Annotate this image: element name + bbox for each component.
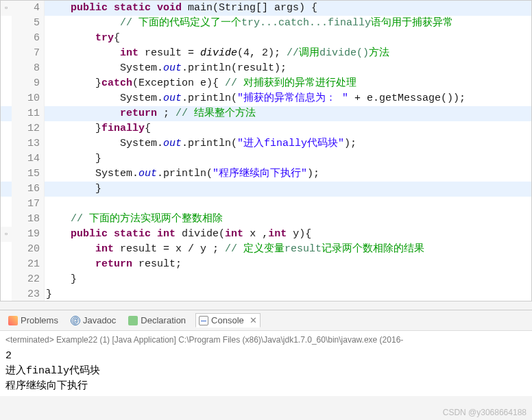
tab-javadoc[interactable]: @ Javadoc [68,314,119,327]
code-line[interactable]: 17 [1,197,531,212]
line-number: 10 [12,91,45,106]
code-text[interactable]: System.out.println("程序继续向下执行"); [45,166,531,182]
line-number: 21 [12,257,45,272]
code-line[interactable]: 21 return result; [1,257,531,272]
line-number: 15 [12,166,45,182]
javadoc-icon: @ [71,316,80,325]
code-text[interactable]: }finally{ [45,121,531,136]
line-number: 5 [12,16,45,31]
code-line[interactable]: ▫19 public static int divide(int x ,int … [1,227,531,242]
tab-declaration[interactable]: Declaration [125,314,189,327]
tab-problems[interactable]: Problems [5,314,61,327]
line-number: 20 [12,242,45,257]
code-line[interactable]: 7 int result = divide(4, 2); //调用divide(… [1,46,531,61]
views-tabbar: Problems @ Javadoc Declaration Console ✕ [0,310,532,330]
console-icon [199,316,208,325]
code-line[interactable]: 16 } [1,182,531,197]
code-line[interactable]: 18 // 下面的方法实现两个整数相除 [1,212,531,227]
code-editor[interactable]: ▫4 public static void main(String[] args… [0,0,532,301]
code-text[interactable]: }catch(Exception e){ // 对捕获到的异常进行处理 [45,76,531,91]
tab-label: Javadoc [83,315,116,325]
tab-label: Console [211,315,244,325]
code-text[interactable]: System.out.println("进入finally代码块"); [45,136,531,151]
line-number: 6 [12,31,45,46]
code-line[interactable]: 5 // 下面的代码定义了一个try...catch...finally语句用于… [1,16,531,31]
code-text[interactable]: } [45,287,531,301]
code-line[interactable]: ▫4 public static void main(String[] args… [1,1,531,16]
fold-marker[interactable]: ▫ [1,1,12,16]
line-number: 4 [12,1,45,16]
line-number: 9 [12,76,45,91]
code-line[interactable]: 10 System.out.println("捕获的异常信息为： " + e.g… [1,91,531,106]
code-line[interactable]: 15 System.out.println("程序继续向下执行"); [1,166,531,182]
line-number: 19 [12,227,45,242]
code-text[interactable]: } [45,151,531,166]
code-line[interactable]: 22 } [1,272,531,287]
tab-label: Problems [21,315,58,325]
code-line[interactable]: 14 } [1,151,531,166]
line-number: 16 [12,182,45,197]
line-number: 18 [12,212,45,227]
line-number: 7 [12,46,45,61]
console-view: <terminated> Example22 (1) [Java Applica… [0,330,532,396]
tab-console[interactable]: Console ✕ [195,313,261,328]
code-text[interactable]: public static int divide(int x ,int y){ [45,227,531,242]
code-text[interactable]: } [45,182,531,197]
line-number: 12 [12,121,45,136]
code-text[interactable]: int result = divide(4, 2); //调用divide()方… [45,46,531,61]
line-number: 11 [12,106,45,121]
code-line[interactable]: 20 int result = x / y ; // 定义变量result记录两… [1,242,531,257]
code-text[interactable]: // 下面的代码定义了一个try...catch...finally语句用于捕获… [45,16,531,31]
code-line[interactable]: 12 }finally{ [1,121,531,136]
line-number: 22 [12,272,45,287]
code-text[interactable]: int result = x / y ; // 定义变量result记录两个数相… [45,242,531,257]
line-number: 23 [12,287,45,301]
code-line[interactable]: 23} [1,287,531,301]
code-line[interactable]: 9 }catch(Exception e){ // 对捕获到的异常进行处理 [1,76,531,91]
code-text[interactable]: return ; // 结果整个方法 [45,106,531,121]
code-text[interactable]: System.out.println(result); [45,61,531,76]
line-number: 8 [12,61,45,76]
console-header: <terminated> Example22 (1) [Java Applica… [5,334,527,349]
problems-icon [8,316,18,325]
code-text[interactable]: // 下面的方法实现两个整数相除 [45,212,531,227]
code-text[interactable]: System.out.println("捕获的异常信息为： " + e.getM… [45,91,531,106]
close-icon[interactable]: ✕ [250,315,257,325]
fold-marker[interactable]: ▫ [1,227,12,242]
code-line[interactable]: 13 System.out.println("进入finally代码块"); [1,136,531,151]
code-line[interactable]: 6 try{ [1,31,531,46]
code-text[interactable]: public static void main(String[] args) { [45,1,531,16]
code-text[interactable]: } [45,272,531,287]
line-number: 14 [12,151,45,166]
code-line[interactable]: 8 System.out.println(result); [1,61,531,76]
watermark: CSDN @y3068664188 [443,408,527,417]
line-number: 17 [12,197,45,212]
tab-label: Declaration [141,315,186,325]
declaration-icon [128,316,138,325]
line-number: 13 [12,136,45,151]
code-text[interactable]: try{ [45,31,531,46]
code-text[interactable]: return result; [45,257,531,272]
console-output[interactable]: 2 进入finally代码块 程序继续向下执行 [5,349,527,393]
code-line[interactable]: 11 return ; // 结果整个方法 [1,106,531,121]
